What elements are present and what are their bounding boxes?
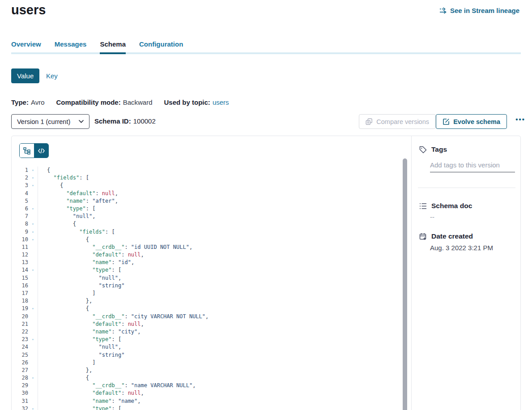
editor-scrollbar[interactable] (403, 158, 407, 410)
fold-triangle-icon[interactable]: ▾ (28, 167, 38, 174)
date-created-heading: Date created (419, 232, 473, 240)
code-line: 26 ] (12, 359, 411, 367)
fold-spacer (28, 328, 38, 336)
code-line: 13 "name": "id", (12, 259, 411, 266)
tree-view-button[interactable] (20, 144, 34, 158)
stream-lineage-link[interactable]: See in Stream lineage (439, 7, 519, 14)
fold-spacer (28, 243, 38, 251)
fold-triangle-icon[interactable]: ▾ (28, 374, 38, 382)
code-line: 3▾ { (12, 182, 411, 189)
code-text: "null", (38, 274, 121, 282)
line-number: 7 (12, 213, 28, 220)
line-number: 12 (12, 251, 28, 259)
schema-id-label: Schema ID: (94, 117, 131, 125)
fold-triangle-icon[interactable]: ▾ (28, 336, 38, 343)
code-text: "default": null, (38, 389, 144, 397)
line-number: 25 (12, 351, 28, 359)
meta-compatibility: Compatibility mode: Backward (56, 98, 152, 106)
code-line: 6▾ "type": [ (12, 205, 411, 213)
tab-schema[interactable]: Schema (100, 40, 126, 54)
editor-view-toggle (19, 143, 49, 158)
code-text: "null", (38, 343, 121, 351)
schema-id-value: 100002 (133, 117, 156, 125)
fold-triangle-icon[interactable]: ▾ (28, 220, 38, 228)
code-text: "string" (38, 351, 124, 359)
code-line: 20 "__crdb__": "city VARCHAR NOT NULL", (12, 313, 411, 320)
code-line: 18 }, (12, 297, 411, 305)
code-text: "fields": [ (38, 174, 89, 182)
code-text: { (38, 305, 89, 312)
code-line: 5 "name": "after", (12, 197, 411, 205)
calendar-add-icon (419, 233, 427, 240)
schema-card: 1▾{2▾ "fields": [3▾ {4 "default": null,5… (11, 136, 521, 410)
code-view-button[interactable] (34, 144, 48, 158)
fold-spacer (28, 382, 38, 389)
more-menu-button[interactable]: ••• (515, 115, 525, 123)
evolve-schema-label: Evolve schema (453, 118, 500, 125)
fold-spacer (28, 259, 38, 266)
meta-compatibility-value: Backward (123, 98, 153, 106)
code-text: { (38, 236, 89, 243)
fold-spacer (28, 313, 38, 320)
line-number: 15 (12, 274, 28, 282)
line-number: 1 (12, 167, 28, 174)
code-line: 2▾ "fields": [ (12, 174, 411, 182)
date-created-heading-label: Date created (431, 232, 473, 240)
line-number: 24 (12, 343, 28, 351)
topic-link[interactable]: users (213, 98, 229, 106)
line-number: 16 (12, 282, 28, 290)
fold-spacer (28, 190, 38, 197)
code-line: 32▾ "type": [ (12, 405, 411, 410)
code-line: 12 "default": null, (12, 251, 411, 259)
line-number: 10 (12, 236, 28, 243)
meta-type-value: Avro (31, 98, 45, 106)
tags-heading-label: Tags (431, 145, 447, 154)
add-tags-input[interactable] (430, 160, 515, 172)
code-lines: 1▾{2▾ "fields": [3▾ {4 "default": null,5… (12, 167, 411, 410)
code-line: 24 "null", (12, 343, 411, 351)
tab-messages[interactable]: Messages (55, 40, 87, 54)
value-toggle-button[interactable]: Value (11, 68, 39, 83)
fold-triangle-icon[interactable]: ▾ (28, 228, 38, 236)
line-number: 19 (12, 305, 28, 312)
fold-spacer (28, 320, 38, 328)
line-number: 27 (12, 367, 28, 374)
code-line: 21 "default": null, (12, 320, 411, 328)
code-line: 27 }, (12, 367, 411, 374)
fold-triangle-icon[interactable]: ▾ (28, 174, 38, 182)
fold-triangle-icon[interactable]: ▾ (28, 205, 38, 213)
fold-spacer (28, 389, 38, 397)
code-text: "__crdb__": "id UUID NOT NULL", (38, 243, 192, 251)
line-number: 6 (12, 205, 28, 213)
tab-configuration[interactable]: Configuration (139, 40, 183, 54)
schema-doc-value: -- (430, 213, 434, 221)
version-select[interactable]: Version 1 (current) (11, 114, 89, 129)
line-number: 22 (12, 328, 28, 336)
tag-icon (419, 146, 427, 154)
fold-triangle-icon[interactable]: ▾ (28, 305, 38, 312)
compare-versions-button[interactable]: Compare versions (359, 114, 436, 129)
schema-page: users See in Stream lineage Overview Mes… (0, 0, 532, 410)
key-toggle-button[interactable]: Key (46, 68, 58, 83)
tab-track (11, 52, 521, 54)
code-text: "__crdb__": "city VARCHAR NOT NULL", (38, 313, 209, 320)
schema-editor: 1▾{2▾ "fields": [3▾ {4 "default": null,5… (12, 136, 412, 410)
code-text: }, (38, 297, 92, 305)
code-line: 17 ] (12, 290, 411, 297)
meta-type: Type: Avro (11, 98, 44, 106)
fold-triangle-icon[interactable]: ▾ (28, 266, 38, 274)
meta-topic-label: Used by topic: (164, 98, 210, 106)
fold-triangle-icon[interactable]: ▾ (28, 182, 38, 189)
code-text: { (38, 182, 63, 189)
chevron-down-icon (79, 120, 84, 123)
fold-spacer (28, 367, 38, 374)
list-icon (419, 203, 427, 209)
tab-overview[interactable]: Overview (11, 40, 41, 54)
line-number: 18 (12, 297, 28, 305)
fold-triangle-icon[interactable]: ▾ (28, 236, 38, 243)
code-text: { (38, 374, 89, 382)
code-text: "default": null, (38, 190, 118, 197)
code-text: { (38, 220, 76, 228)
fold-triangle-icon[interactable]: ▾ (28, 405, 38, 410)
evolve-schema-button[interactable]: Evolve schema (436, 114, 507, 129)
